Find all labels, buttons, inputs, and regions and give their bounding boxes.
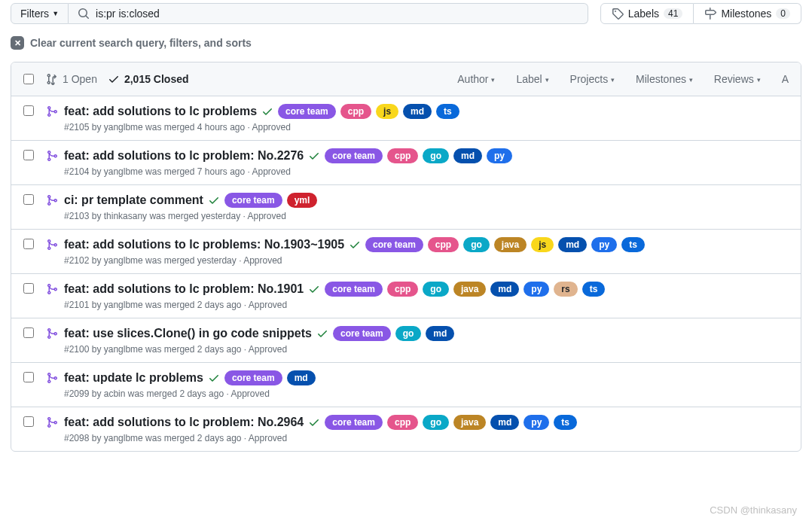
merged-icon (46, 194, 58, 221)
milestones-dropdown[interactable]: Milestones ▾ (636, 73, 693, 85)
label-py[interactable]: py (487, 148, 512, 163)
author-dropdown[interactable]: Author ▾ (457, 73, 495, 85)
label-ts[interactable]: ts (621, 237, 645, 252)
label-dropdown[interactable]: Label ▾ (516, 73, 548, 85)
status-check-icon (349, 239, 361, 251)
merged-icon (46, 372, 58, 399)
status-check-icon (208, 194, 220, 206)
pr-row: feat: use slices.Clone() in go code snip… (11, 318, 801, 363)
label-cpp[interactable]: cpp (340, 104, 371, 119)
row-checkbox[interactable] (23, 105, 34, 116)
label-go[interactable]: go (423, 148, 449, 163)
labels-button[interactable]: Labels 41 (600, 3, 694, 24)
label-go[interactable]: go (463, 237, 490, 252)
label-md[interactable]: md (490, 282, 519, 297)
label-yml[interactable]: yml (287, 193, 318, 208)
row-checkbox[interactable] (23, 194, 34, 205)
label-rs[interactable]: rs (554, 282, 577, 297)
assignee-dropdown[interactable]: A (782, 73, 789, 85)
row-checkbox[interactable] (23, 372, 34, 382)
reviews-dropdown[interactable]: Reviews ▾ (714, 73, 761, 85)
pr-title-link[interactable]: feat: use slices.Clone() in go code snip… (64, 327, 312, 340)
label-coreteam[interactable]: core team (325, 148, 383, 163)
milestones-button[interactable]: Milestones 0 (694, 3, 801, 24)
milestones-text: Milestones (721, 8, 771, 20)
label-go[interactable]: go (423, 282, 449, 297)
label-java[interactable]: java (453, 282, 486, 297)
label-coreteam[interactable]: core team (325, 282, 383, 297)
label-js[interactable]: js (531, 237, 554, 252)
label-ts[interactable]: ts (436, 104, 459, 119)
row-checkbox[interactable] (23, 283, 34, 294)
clear-filters-link[interactable]: ✕ Clear current search query, filters, a… (11, 36, 801, 50)
label-js[interactable]: js (376, 104, 398, 119)
row-checkbox[interactable] (23, 327, 34, 338)
label-go[interactable]: go (395, 326, 422, 341)
label-go[interactable]: go (423, 415, 449, 430)
labels-text: Labels (628, 8, 659, 20)
label-py[interactable]: py (591, 237, 617, 252)
row-checkbox[interactable] (23, 150, 34, 160)
label-ts[interactable]: ts (554, 415, 577, 430)
label-coreteam[interactable]: core team (224, 193, 282, 208)
filters-button[interactable]: Filters ▼ (11, 3, 69, 24)
pr-meta: #2105 by yanglbme was merged 4 hours ago… (64, 122, 789, 133)
pr-row: feat: add solutions to lc problems core … (11, 96, 801, 141)
pr-title-link[interactable]: feat: update lc problems (64, 371, 203, 385)
pr-title-link[interactable]: feat: add solutions to lc problem: No.22… (64, 149, 304, 163)
open-tab[interactable]: 1 Open (46, 73, 97, 85)
label-md[interactable]: md (426, 326, 454, 341)
label-cpp[interactable]: cpp (387, 415, 418, 430)
merged-icon (46, 416, 58, 443)
label-coreteam[interactable]: core team (325, 415, 383, 430)
filters-label: Filters (20, 8, 49, 20)
label-coreteam[interactable]: core team (224, 370, 282, 385)
status-check-icon (308, 150, 320, 162)
label-md[interactable]: md (558, 237, 587, 252)
label-py[interactable]: py (524, 415, 549, 430)
pr-title-link[interactable]: feat: add solutions to lc problem: No.29… (64, 416, 304, 429)
label-java[interactable]: java (453, 415, 486, 430)
search-icon (78, 8, 90, 20)
projects-dropdown[interactable]: Projects ▾ (570, 73, 615, 85)
row-checkbox[interactable] (23, 239, 34, 249)
label-cpp[interactable]: cpp (387, 148, 418, 163)
label-py[interactable]: py (524, 282, 549, 297)
milestone-icon (704, 8, 716, 20)
pr-row: ci: pr template comment core team yml#21… (11, 185, 801, 230)
label-md[interactable]: md (490, 415, 519, 430)
clear-text: Clear current search query, filters, and… (30, 37, 252, 49)
select-all-checkbox[interactable] (23, 74, 34, 84)
merged-icon (46, 105, 58, 133)
pr-meta: #2103 by thinkasany was merged yesterday… (64, 211, 789, 221)
label-md[interactable]: md (453, 148, 482, 163)
status-check-icon (208, 372, 220, 384)
pr-row: feat: update lc problems core team md#20… (11, 363, 801, 407)
close-icon: ✕ (11, 36, 24, 50)
label-md[interactable]: md (403, 104, 432, 119)
search-box[interactable] (69, 3, 588, 24)
row-checkbox[interactable] (23, 416, 34, 427)
pr-meta: #2100 by yanglbme was merged 2 days ago … (64, 344, 789, 355)
pr-title-link[interactable]: ci: pr template comment (64, 193, 203, 207)
closed-tab[interactable]: 2,015 Closed (108, 73, 189, 85)
pr-title-link[interactable]: feat: add solutions to lc problems (64, 105, 257, 118)
label-cpp[interactable]: cpp (387, 282, 418, 297)
label-ts[interactable]: ts (582, 282, 606, 297)
pr-title-link[interactable]: feat: add solutions to lc problem: No.19… (64, 282, 304, 296)
label-cpp[interactable]: cpp (428, 237, 459, 252)
label-md[interactable]: md (287, 370, 316, 385)
pr-meta: #2099 by acbin was merged 2 days ago · A… (64, 388, 789, 399)
merged-icon (46, 283, 58, 310)
label-java[interactable]: java (494, 237, 527, 252)
label-coreteam[interactable]: core team (333, 326, 391, 341)
label-coreteam[interactable]: core team (278, 104, 336, 119)
milestones-count: 0 (776, 8, 790, 19)
label-coreteam[interactable]: core team (365, 237, 423, 252)
pr-title-link[interactable]: feat: add solutions to lc problems: No.1… (64, 238, 344, 251)
search-input[interactable] (96, 8, 578, 20)
check-icon (108, 73, 120, 85)
merged-icon (46, 150, 58, 177)
pr-row: feat: add solutions to lc problems: No.1… (11, 230, 801, 274)
status-check-icon (261, 105, 273, 117)
